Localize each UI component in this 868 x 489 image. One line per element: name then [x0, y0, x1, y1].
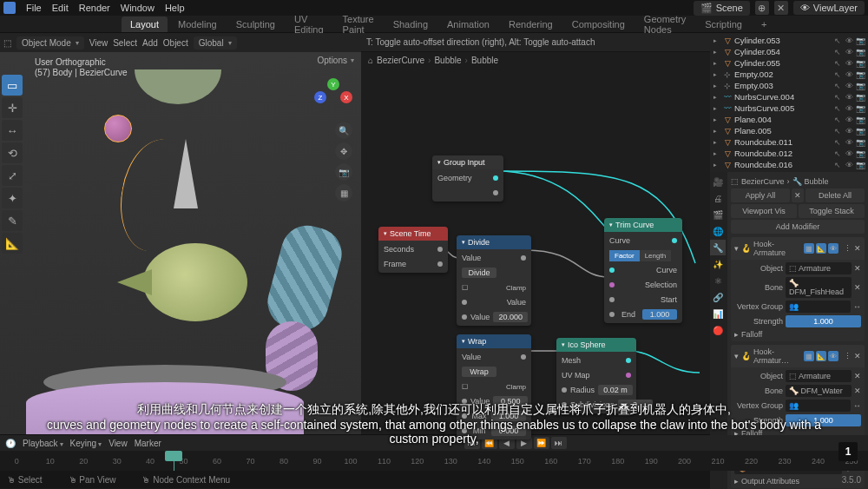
restrict-view-icon[interactable]: 👁 [845, 59, 853, 68]
restrict-view-icon[interactable]: 👁 [845, 93, 853, 102]
radius-field[interactable]: 0.02 m [598, 385, 633, 395]
modifier-menu-icon[interactable]: ⋮ [844, 352, 852, 360]
restrict-select-icon[interactable]: ↖ [833, 59, 842, 68]
socket-value-out[interactable] [521, 255, 526, 261]
restrict-select-icon[interactable]: ↖ [833, 161, 842, 169]
object-field[interactable]: ⬚ Armature [786, 370, 852, 382]
restrict-render-icon[interactable]: 📷 [856, 36, 865, 45]
menu-file[interactable]: File [26, 3, 42, 13]
editor-type-icon[interactable]: ⬚ [3, 38, 11, 48]
socket-mesh[interactable] [626, 358, 631, 363]
divide-value-field[interactable]: 20.000 [493, 312, 528, 322]
bc-home-icon[interactable]: ⌂ [368, 56, 373, 65]
restrict-render-icon[interactable]: 📷 [856, 104, 865, 113]
bc-item-3[interactable]: Bubble [471, 56, 498, 65]
prop-tab-physics-icon[interactable]: ⚛ [710, 273, 726, 288]
vp-menu-select[interactable]: Select [113, 38, 137, 48]
outliner-row[interactable]: ▸〰NurbsCurve.004↖👁📷 [712, 91, 866, 102]
restrict-render-icon[interactable]: 📷 [856, 127, 865, 135]
restrict-render-icon[interactable]: 📷 [856, 59, 865, 68]
invert-icon[interactable]: ↔ [853, 401, 861, 410]
outliner-row[interactable]: ▸▽Cylinder.055↖👁📷 [712, 57, 866, 69]
tab-shading[interactable]: Shading [385, 17, 437, 32]
node-divide[interactable]: Divide Value Divide ☐Clamp Value Value20… [457, 235, 531, 326]
socket-value-out[interactable] [521, 354, 526, 360]
restrict-view-icon[interactable]: 👁 [845, 36, 853, 45]
tab-sculpting[interactable]: Sculpting [227, 17, 284, 32]
restrict-view-icon[interactable]: 👁 [845, 116, 853, 124]
timeline-editor-icon[interactable]: 🕐 [5, 439, 16, 448]
bone-field[interactable]: 🦴 DFM_Water [786, 385, 852, 397]
tab-rendering[interactable]: Rendering [500, 17, 562, 32]
tl-view[interactable]: View [108, 439, 128, 448]
outliner-row[interactable]: ▸▽Roundcube.016↖👁📷 [712, 159, 866, 170]
prop-tab-modifier-icon[interactable]: 🔧 [710, 240, 726, 255]
prop-tab-constraint-icon[interactable]: 🔗 [710, 289, 726, 305]
prop-tab-world-icon[interactable]: 🌐 [710, 223, 726, 239]
scene-delete-button[interactable]: ✕ [774, 1, 788, 15]
outliner-row[interactable]: ▸▽Plane.005↖👁📷 [712, 125, 866, 136]
outliner-row[interactable]: ▸⊹Empty.003↖👁📷 [712, 80, 866, 91]
tab-scripting[interactable]: Scripting [696, 17, 751, 32]
socket-subdiv[interactable] [562, 402, 567, 407]
restrict-view-icon[interactable]: 👁 [845, 138, 853, 147]
socket-curve-out[interactable] [672, 238, 677, 243]
socket-value-in[interactable] [462, 300, 467, 305]
tl-keying[interactable]: Keying [70, 439, 102, 448]
socket-in[interactable] [462, 413, 467, 419]
trim-factor-tab[interactable]: Factor [609, 250, 640, 261]
tab-layout[interactable]: Layout [122, 17, 168, 32]
socket-uv[interactable] [626, 373, 631, 378]
trim-length-tab[interactable]: Length [640, 250, 671, 261]
socket-empty[interactable] [493, 190, 498, 195]
timeline-cursor[interactable] [174, 451, 174, 471]
strength-field[interactable]: 1.000 [786, 315, 861, 327]
tl-playback[interactable]: Playback [23, 439, 63, 448]
bone-field[interactable]: 🦴 DFM_FishHead [786, 277, 852, 298]
tl-marker[interactable]: Marker [135, 439, 161, 448]
node-scene-time[interactable]: Scene Time Seconds Frame [378, 227, 448, 273]
modifier-header[interactable]: ▾🪝Hook-Armatur… ▦📐👁 ⋮ ✕ [731, 345, 865, 367]
clear-icon[interactable]: ✕ [854, 372, 861, 380]
restrict-view-icon[interactable]: 👁 [845, 104, 853, 113]
node-wrap[interactable]: Wrap Value Wrap ☐Clamp Value0.500 Max1.0… [457, 334, 531, 439]
restrict-view-icon[interactable]: 👁 [845, 161, 853, 169]
restrict-render-icon[interactable]: 📷 [856, 82, 865, 90]
wrap-min-field[interactable]: 0.000 [491, 426, 526, 436]
strength-field[interactable]: 1.000 [786, 414, 861, 426]
socket-curve-in[interactable] [609, 268, 615, 273]
socket-in[interactable] [462, 399, 467, 404]
viewport-canvas[interactable]: User Orthographic (57) Body | BezierCurv… [0, 52, 361, 434]
mod-toggle-icon[interactable]: ▦ [804, 243, 814, 254]
restrict-render-icon[interactable]: 📷 [856, 138, 865, 147]
tab-modeling[interactable]: Modeling [169, 17, 226, 32]
delete-all-button[interactable]: Delete All [806, 188, 865, 202]
invert-icon[interactable]: ↔ [853, 302, 861, 311]
jump-end-icon[interactable]: ⏭ [551, 437, 567, 449]
op-select[interactable]: Wrap [462, 367, 496, 377]
socket-geometry[interactable] [493, 175, 498, 181]
prop-tab-scene-icon[interactable]: 🎬 [710, 207, 726, 222]
restrict-select-icon[interactable]: ↖ [833, 70, 842, 79]
outliner-row[interactable]: ▸〰NurbsCurve.005↖👁📷 [712, 102, 866, 114]
restrict-select-icon[interactable]: ↖ [833, 82, 842, 90]
viewport-vis-button[interactable]: Viewport Vis [731, 204, 797, 218]
vgroup-field[interactable]: 👥 [786, 301, 851, 313]
menu-help[interactable]: Help [165, 3, 185, 13]
node-trim-curve[interactable]: Trim Curve Curve FactorLength Curve Sele… [604, 218, 682, 323]
outliner-row[interactable]: ▸▽Plane.004↖👁📷 [712, 114, 866, 125]
prop-tab-particle-icon[interactable]: ✨ [710, 256, 726, 272]
mod-toggle-icon[interactable]: 📐 [816, 351, 826, 361]
modifier-menu-icon[interactable]: ⋮ [844, 244, 852, 253]
node-group-input[interactable]: Group Input Geometry [432, 155, 503, 202]
restrict-select-icon[interactable]: ↖ [833, 93, 842, 102]
outliner-row[interactable]: ▸▽Cylinder.053↖👁📷 [712, 35, 866, 46]
orientation-select[interactable]: Global [194, 36, 237, 50]
node-canvas[interactable]: Group Input Geometry Scene Time Seconds … [361, 69, 710, 434]
restrict-view-icon[interactable]: 👁 [845, 82, 853, 90]
vp-menu-object[interactable]: Object [163, 38, 188, 48]
object-field[interactable]: ⬚ Armature [786, 262, 852, 274]
prop-tab-material-icon[interactable]: 🔴 [710, 322, 726, 338]
clear-icon[interactable]: ✕ [854, 264, 861, 273]
apply-close-button[interactable]: ✕ [792, 188, 804, 202]
